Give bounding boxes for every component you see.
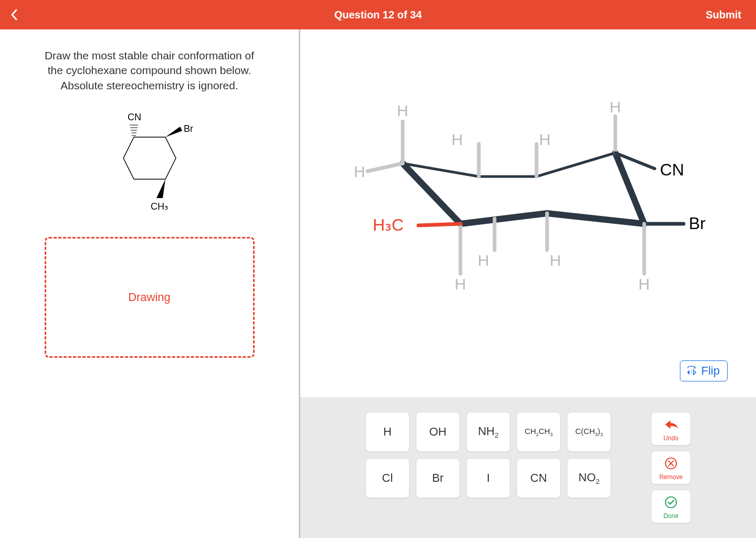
sub-ax-front-left-down[interactable]: H: [455, 275, 466, 293]
undo-icon: [663, 417, 679, 432]
back-button[interactable]: [10, 0, 18, 29]
undo-button[interactable]: Undo: [651, 412, 691, 446]
chevron-left-icon: [10, 9, 18, 20]
done-label: Done: [664, 512, 679, 520]
sub-ax-back-left[interactable]: H: [452, 131, 463, 148]
svg-marker-7: [156, 179, 165, 198]
done-icon: [663, 494, 679, 510]
done-button[interactable]: Done: [651, 490, 691, 523]
structure-label-br: Br: [184, 123, 193, 134]
sub-eq-top-right[interactable]: CN: [660, 160, 684, 179]
sub-ax-front-mid-right[interactable]: H: [550, 252, 561, 269]
sub-ax-top-right[interactable]: H: [610, 98, 621, 116]
sub-eq-bottom-left[interactable]: H₃C: [373, 215, 404, 234]
structure-label-cn: CN: [128, 112, 141, 122]
tool-panel: H OH NH2 CH2CH3 C(CH3)3 Cl Br I CN NO2: [300, 397, 756, 538]
header-bar: Question 12 of 34 Submit: [0, 0, 756, 29]
sub-btn-cn[interactable]: CN: [517, 458, 561, 498]
flip-label: Flip: [701, 364, 720, 378]
sub-btn-br[interactable]: Br: [416, 458, 460, 498]
remove-icon: [663, 456, 679, 471]
sub-ax-back-right[interactable]: H: [539, 131, 551, 148]
substituent-grid: H OH NH2 CH2CH3 C(CH3)3 Cl Br I CN NO2: [365, 412, 611, 498]
chair-diagram: H H H H H CN Br: [342, 66, 720, 350]
remove-label: Remove: [659, 473, 683, 481]
sub-btn-cch33[interactable]: C(CH3)3: [567, 412, 611, 452]
sub-eq-top-left[interactable]: H: [354, 163, 365, 180]
submit-button[interactable]: Submit: [706, 0, 741, 29]
sub-eq-bottom-right[interactable]: Br: [689, 214, 706, 233]
canvas-area[interactable]: H H H H H CN Br: [300, 29, 756, 397]
sub-btn-oh[interactable]: OH: [416, 412, 460, 452]
sub-ax-top-left[interactable]: H: [397, 102, 408, 119]
main-area: Draw the most stable chair conformation …: [0, 29, 756, 538]
prompt-text: Draw the most stable chair conformation …: [37, 48, 262, 93]
undo-label: Undo: [664, 434, 679, 442]
svg-marker-6: [165, 127, 182, 137]
sub-btn-cl[interactable]: Cl: [365, 458, 410, 498]
sub-btn-no2[interactable]: NO2: [567, 458, 611, 498]
svg-line-19: [418, 224, 460, 225]
svg-line-8: [368, 163, 403, 171]
drawing-pane: H H H H H CN Br: [300, 29, 756, 538]
flip-icon: [686, 365, 697, 377]
svg-point-24: [666, 497, 677, 508]
sub-btn-i[interactable]: I: [466, 458, 510, 498]
sub-ax-front-right-down[interactable]: H: [638, 275, 650, 293]
question-counter: Question 12 of 34: [334, 9, 422, 21]
prompt-pane: Draw the most stable chair conformation …: [0, 29, 300, 538]
action-column: Undo Remove: [651, 412, 691, 523]
sub-btn-nh2[interactable]: NH2: [466, 412, 510, 452]
flip-button[interactable]: Flip: [680, 360, 728, 381]
prompt-structure-image: CN Br CH₃: [102, 106, 197, 221]
sub-btn-ch2ch3[interactable]: CH2CH3: [517, 412, 561, 452]
drawing-dropzone[interactable]: Drawing: [45, 237, 255, 358]
svg-marker-0: [123, 137, 176, 179]
structure-label-ch3: CH₃: [151, 201, 168, 212]
sub-ax-front-mid-left[interactable]: H: [478, 252, 489, 269]
drawing-box-label: Drawing: [128, 291, 171, 304]
sub-btn-h[interactable]: H: [365, 412, 410, 452]
remove-button[interactable]: Remove: [651, 451, 691, 484]
